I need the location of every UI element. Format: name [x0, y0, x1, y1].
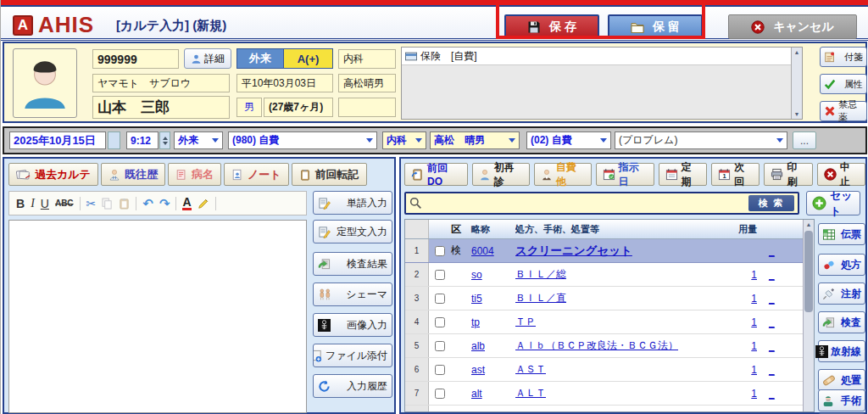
order-row[interactable]: 6astＡＳＴ1_	[405, 358, 814, 382]
row-checkbox[interactable]	[435, 294, 445, 304]
paste-button[interactable]	[119, 198, 130, 210]
item-link[interactable]: ＢＩＬ／直	[515, 292, 566, 304]
payment-select[interactable]: (980) 自費	[228, 131, 377, 149]
insurance-list-item[interactable]: 保険 [自費]	[402, 48, 802, 65]
italic-button[interactable]: I	[31, 197, 35, 210]
order-row[interactable]: 1検6004スクリーニングセット_	[405, 239, 814, 263]
dose-link[interactable]: 1	[751, 269, 757, 281]
前回DO-button[interactable]: 前回DO	[404, 163, 468, 186]
row-checkbox[interactable]	[435, 341, 445, 351]
save-button[interactable]: 保 存	[504, 14, 599, 39]
tab-前回転記[interactable]: 前回転記	[292, 163, 367, 186]
定型文入力-button[interactable]: 定型文入力	[313, 220, 392, 243]
order-row[interactable]: 4tpＴＰ1_	[405, 310, 814, 334]
item-link[interactable]: Ａｌｂ（ＢＣＰ改良法・ＢＣＧ法）	[515, 339, 678, 351]
more-options-button[interactable]: ...	[793, 131, 816, 149]
item-link[interactable]: スクリーニングセット	[515, 244, 632, 257]
入力履歴-button[interactable]: 入力履歴	[313, 374, 392, 398]
order-row[interactable]: 5albＡｌｂ（ＢＣＰ改良法・ＢＣＧ法）1_	[405, 334, 814, 358]
detail-link[interactable]: _	[769, 388, 775, 400]
処置-button[interactable]: 処置	[818, 369, 865, 391]
insurance-scrollbar[interactable]: ▲ ▼	[791, 48, 802, 119]
code-link[interactable]: alp	[471, 411, 485, 413]
visit-time-field[interactable]: 9:12	[126, 131, 159, 149]
dose-link[interactable]: 1	[751, 411, 757, 413]
visit-date-field[interactable]: 2025年10月15日	[9, 131, 106, 149]
font-color-button[interactable]: A	[182, 197, 191, 210]
highlighter-button[interactable]	[198, 198, 209, 210]
search-button[interactable]: 検 索	[748, 195, 794, 211]
patient-detail-button[interactable]: 詳細	[184, 48, 231, 69]
初再診-button[interactable]: 初再診	[472, 163, 530, 186]
scrollbar-thumb[interactable]	[804, 231, 813, 312]
detail-link[interactable]: _	[769, 293, 775, 305]
scroll-up-icon[interactable]: ▲	[804, 220, 814, 230]
tab-過去カルテ[interactable]: 過去カルテ	[8, 163, 98, 186]
処方-button[interactable]: 処方	[818, 254, 865, 276]
検査-button[interactable]: 検査	[818, 311, 865, 333]
row-checkbox[interactable]	[435, 246, 445, 256]
手術-button[interactable]: 手術	[818, 389, 865, 411]
row-checkbox[interactable]	[435, 317, 445, 327]
cancel-button[interactable]: キャンセル	[728, 14, 857, 39]
copy-button[interactable]	[102, 198, 113, 210]
soap-text-editor[interactable]	[8, 220, 307, 413]
insurance-select[interactable]: (02) 自費	[526, 131, 611, 149]
item-link[interactable]: ＡＳＴ	[515, 363, 546, 375]
bold-button[interactable]: B	[16, 197, 25, 210]
doctor-select[interactable]: 高松 晴男	[430, 131, 520, 149]
自費他-button[interactable]: 自費他	[534, 163, 592, 186]
detail-link[interactable]: _	[769, 269, 775, 281]
code-link[interactable]: ast	[471, 364, 485, 376]
detail-link[interactable]: _	[769, 340, 775, 352]
dose-link[interactable]: 1	[751, 364, 757, 376]
禁忌薬-button[interactable]: 禁忌薬	[820, 101, 867, 121]
伝票-button[interactable]: 伝票	[818, 223, 865, 245]
code-link[interactable]: ti5	[471, 293, 482, 305]
scroll-down-icon[interactable]: ▼	[794, 109, 800, 119]
tab-ノート[interactable]: ノート	[224, 163, 289, 186]
code-link[interactable]: alb	[471, 340, 485, 352]
department-select[interactable]: 内科	[382, 131, 426, 149]
定期-button[interactable]: 定期	[659, 163, 707, 186]
row-checkbox[interactable]	[435, 270, 445, 280]
dose-link[interactable]: 1	[751, 388, 757, 400]
time-spinner[interactable]	[159, 131, 170, 149]
set-button[interactable]: セット	[806, 191, 860, 215]
detail-link[interactable]: _	[769, 364, 775, 376]
tab-既往歴[interactable]: 既往歴	[101, 163, 165, 186]
order-row[interactable]: 2soＢＩＬ／総1_	[405, 263, 814, 287]
画像入力-button[interactable]: 画像入力	[313, 313, 392, 337]
undo-button[interactable]: ↶	[142, 196, 153, 211]
search-input[interactable]	[426, 197, 748, 210]
code-link[interactable]: so	[471, 269, 482, 281]
underline-button[interactable]: U	[41, 197, 49, 210]
tab-病名[interactable]: 病名	[168, 163, 221, 186]
redo-button[interactable]: ↷	[159, 196, 170, 211]
code-link[interactable]: alt	[471, 388, 482, 400]
item-link[interactable]: ＡＬＰ	[515, 411, 546, 412]
detail-link[interactable]: _	[769, 245, 775, 257]
印刷-button[interactable]: 印刷	[764, 163, 812, 186]
検査結果-button[interactable]: 検査結果	[313, 252, 392, 276]
item-link[interactable]: ＴＰ	[515, 316, 536, 327]
row-checkbox[interactable]	[435, 412, 445, 413]
cut-button[interactable]: ✂	[86, 197, 97, 210]
シェーマ-button[interactable]: シェーマ	[313, 283, 392, 306]
detail-link[interactable]: _	[769, 316, 775, 328]
属性-button[interactable]: 属性	[820, 74, 867, 94]
problem-select[interactable]: (プロブレム)	[615, 131, 787, 149]
strikethrough-button[interactable]: ABC	[55, 199, 74, 208]
dose-link[interactable]: 1	[751, 293, 757, 305]
ファイル添付-button[interactable]: ファイル添付	[313, 344, 392, 367]
scroll-up-icon[interactable]: ▲	[794, 48, 800, 57]
code-link[interactable]: 6004	[471, 245, 494, 257]
table-scrollbar[interactable]: ▲	[803, 220, 814, 411]
付箋-button[interactable]: 付箋	[820, 47, 867, 67]
item-link[interactable]: ＢＩＬ／総	[515, 268, 566, 280]
注射-button[interactable]: 注射	[818, 283, 865, 305]
放射線-button[interactable]: 放射線	[818, 340, 865, 362]
visit-type-select[interactable]: 外来	[174, 131, 223, 149]
指示日-button[interactable]: 指示日	[596, 163, 654, 186]
detail-link[interactable]: _	[769, 411, 775, 413]
